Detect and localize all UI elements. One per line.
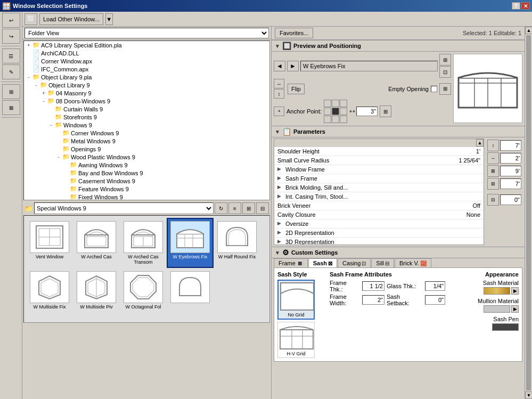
frame-width-input[interactable] [362, 295, 384, 305]
tree-item-archi[interactable]: 📄 ArchiCAD.DLL [24, 49, 269, 57]
tree-item-woodplastic[interactable]: - 📁 Wood Plastic Windows 9 [24, 153, 269, 161]
tree-item-objlib9[interactable]: - 📁 Object Library 9 [24, 81, 269, 89]
tree-item-ac9[interactable]: + 📁 AC9 Library Special Edition.pla [24, 41, 269, 49]
dim-input-5[interactable] [500, 194, 521, 205]
custom-section-header[interactable]: ▼ ⚙ Custom Settings [272, 247, 525, 258]
scroll-down-arrow[interactable]: ▼ [525, 392, 532, 399]
prev-nav-right[interactable]: ► [287, 61, 299, 71]
param-row-3d[interactable]: ▶ 3D Representation [274, 238, 484, 245]
object-item-placeholder1[interactable] [167, 268, 214, 313]
sash-setback-input[interactable] [425, 295, 445, 305]
anchor-btn-tc[interactable] [332, 100, 339, 107]
side-btn-1[interactable]: ↔ [274, 79, 284, 88]
tab-casing[interactable]: Casing ⊡ [338, 258, 371, 267]
object-item-halfround[interactable]: W Half Round Fix [214, 218, 260, 268]
param-row-intcasing[interactable]: ▶ Int. Casing Trim, Stool... [274, 192, 484, 201]
tab-sash[interactable]: Sash ⊠ [308, 258, 337, 267]
object-item-arched-cas[interactable]: W Arched Cas [73, 218, 120, 268]
mullion-material-arrow[interactable]: ▶ [511, 305, 519, 313]
object-name-select[interactable]: Special Windows 9 [34, 202, 214, 214]
view-btn-refresh[interactable]: ↻ [215, 202, 227, 214]
tree-item-windows[interactable]: - 📁 Windows 9 [24, 121, 269, 129]
tree-container[interactable]: + 📁 AC9 Library Special Edition.pla 📄 Ar… [23, 40, 270, 200]
anchor-btn-mc[interactable] [332, 108, 339, 115]
preview-icon-2[interactable]: ⊡ [439, 66, 451, 78]
anchor-btn-tl[interactable] [324, 100, 331, 107]
object-item-multiside[interactable]: W Multiside Fix [26, 268, 73, 313]
preview-section-header[interactable]: ▼ 🔲 Preview and Positioning [272, 40, 525, 52]
toolbar-nav-btn[interactable]: ⬜ [24, 13, 37, 25]
toolbar-btn-5[interactable]: ⊞ [2, 84, 20, 99]
toolbar-btn-1[interactable]: ↩ [2, 13, 20, 28]
scroll-thumb[interactable] [526, 35, 531, 390]
toolbar-btn-2[interactable]: ↪ [2, 29, 20, 44]
view-btn-grid[interactable]: ⊞ [242, 202, 255, 214]
frame-thk-input[interactable] [362, 281, 384, 291]
preview-icon-1[interactable]: ⊞ [439, 54, 451, 66]
tree-item-fixed[interactable]: 📁 Fixed Windows 9 [24, 193, 269, 200]
object-item-octagonal[interactable]: W Octagonal Fol [120, 268, 167, 313]
tree-item-ifc[interactable]: 📄 IFC_Common.apx [24, 65, 269, 73]
side-btn-2[interactable]: ↕ [274, 89, 284, 99]
param-row-winframe[interactable]: ▶ Window Frame [274, 165, 484, 174]
anchor-btn-bl[interactable] [324, 116, 331, 123]
tree-item-awning[interactable]: 📁 Awning Windows 9 [24, 161, 269, 169]
tree-item-doors[interactable]: - 📁 08 Doors-Windows 9 [24, 97, 269, 105]
parameters-section-header[interactable]: ▼ 📋 Parameters [272, 126, 525, 137]
anchor-value-input[interactable] [356, 107, 378, 116]
view-btn-details[interactable]: ⊟ [256, 202, 269, 214]
load-other-button[interactable]: Load Other Window... [39, 13, 103, 25]
params-scroll-arrow-up[interactable]: ▲ [476, 139, 484, 146]
toolbar-btn-3[interactable]: ☰ [2, 48, 20, 63]
tree-item-openings[interactable]: 📁 Openings 9 [24, 145, 269, 153]
tree-item-masonry[interactable]: + 📁 04 Masonry 9 [24, 89, 269, 97]
sash-no-grid[interactable]: No Grid [277, 280, 315, 320]
sash-hv-grid[interactable]: H-V Grid [277, 322, 315, 358]
empty-opening-checkbox[interactable] [431, 86, 437, 92]
tree-item-corner2[interactable]: 📁 Corner Windows 9 [24, 129, 269, 137]
dim-input-3[interactable] [500, 166, 521, 176]
glass-thk-input[interactable] [425, 281, 445, 291]
toolbar-btn-4[interactable]: ✎ [2, 64, 20, 79]
tree-item-curtain[interactable]: 📁 Curtain Walls 9 [24, 105, 269, 113]
tree-item-storefronts[interactable]: 📁 Storefronts 9 [24, 113, 269, 121]
tab-frame[interactable]: Frame 🔳 [274, 258, 308, 267]
close-button[interactable]: ✕ [521, 2, 530, 10]
tree-item-metal[interactable]: 📁 Metal Windows 9 [24, 137, 269, 145]
prev-nav-left[interactable]: ◄ [274, 61, 285, 71]
dim-input-2[interactable] [500, 153, 521, 164]
toolbar-btn-6[interactable]: ⊠ [2, 100, 20, 115]
load-other-chevron[interactable]: ▼ [105, 13, 113, 25]
object-item-eyebrows[interactable]: W Eyebrows Fix [167, 218, 214, 268]
anchor-icon-1[interactable]: ⌖ [274, 107, 284, 116]
dim-input-1[interactable] [500, 140, 521, 151]
tree-item-corner[interactable]: 📄 Corner Window.apx [24, 57, 269, 65]
params-table-container[interactable]: ▲ Shoulder Height 1' Small Curve Radius … [274, 139, 484, 245]
scroll-up-arrow[interactable]: ▲ [525, 27, 532, 34]
param-row-sashframe[interactable]: ▶ Sash Frame [274, 174, 484, 183]
preview-icon-4[interactable]: ⊞ [380, 105, 391, 117]
object-item-vent[interactable]: Vent Window [26, 218, 73, 268]
sash-material-arrow[interactable]: ▶ [511, 287, 519, 295]
tree-item-feature[interactable]: 📁 Feature Windows 9 [24, 185, 269, 193]
anchor-btn-br[interactable] [340, 116, 347, 123]
help-button[interactable]: ? [512, 2, 520, 10]
object-item-arched-cas-transom[interactable]: W Arched Cas Transom [120, 218, 167, 268]
anchor-btn-tr[interactable] [340, 100, 347, 107]
anchor-btn-ml[interactable] [324, 108, 331, 115]
tab-sill[interactable]: Sill ⊟ [371, 258, 394, 267]
tab-brickv[interactable]: Brick V. 🧱 [395, 258, 431, 267]
tree-item-baynbow[interactable]: 📁 Bay and Bow Windows 9 [24, 169, 269, 177]
anchor-btn-mr[interactable] [340, 108, 347, 115]
param-row-oversize[interactable]: ▶ Oversize [274, 219, 484, 229]
object-item-multiside-piv[interactable]: W Multiside Piv [73, 268, 120, 313]
tree-item-obj9pla[interactable]: - 📁 Object Library 9.pla [24, 73, 269, 81]
folder-view-select[interactable]: Folder View [24, 28, 269, 38]
preview-icon-3[interactable]: ⊞ [439, 83, 451, 95]
param-row-brick[interactable]: ▶ Brick Molding, Sill and... [274, 183, 484, 192]
tree-item-casement[interactable]: 📁 Casement Windows 9 [24, 177, 269, 185]
flip-button[interactable]: Flip [288, 84, 305, 94]
param-row-2d[interactable]: ▶ 2D Representation [274, 229, 484, 238]
dim-input-4[interactable] [500, 178, 521, 189]
view-btn-list[interactable]: ≡ [228, 202, 241, 214]
